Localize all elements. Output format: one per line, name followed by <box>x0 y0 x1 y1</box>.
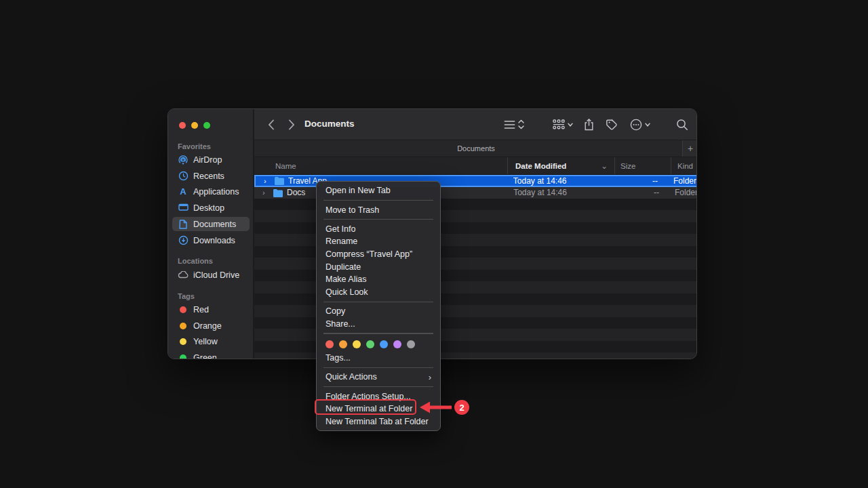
column-header-size[interactable]: Size <box>614 157 671 174</box>
zoom-button[interactable] <box>203 122 210 129</box>
sidebar: Favorites AirDrop Recents A Applications <box>168 109 254 359</box>
file-date: Today at 14:46 <box>506 188 612 197</box>
sidebar-item-tag-orange[interactable]: Orange <box>172 319 250 333</box>
sidebar-item-label: Red <box>193 305 209 314</box>
menu-item-label: Rename <box>326 237 357 246</box>
menu-item-share[interactable]: Share... <box>317 318 440 331</box>
menu-item-compress[interactable]: Compress “Travel App” <box>317 248 440 261</box>
menu-item-label: Share... <box>326 319 355 329</box>
menu-item-copy[interactable]: Copy <box>317 305 440 318</box>
forward-button[interactable] <box>285 118 298 131</box>
disclosure-chevron-icon[interactable]: › <box>262 188 269 197</box>
menu-item-rename[interactable]: Rename <box>317 235 440 248</box>
sidebar-item-applications[interactable]: A Applications <box>172 184 250 199</box>
sidebar-item-label: Desktop <box>193 203 224 213</box>
menu-item-new-terminal-tab-at-folder[interactable]: New Terminal Tab at Folder <box>317 415 440 428</box>
sidebar-item-desktop[interactable]: Desktop <box>172 201 250 215</box>
share-icon <box>584 119 594 131</box>
green-tag-icon <box>180 354 186 360</box>
file-date: Today at 14:46 <box>506 176 612 186</box>
sidebar-item-icloud-drive[interactable]: iCloud Drive <box>172 268 250 282</box>
document-icon <box>178 219 189 230</box>
share-button[interactable] <box>584 117 594 131</box>
menu-item-label: Compress “Travel App” <box>326 249 412 259</box>
column-header-name[interactable]: Name <box>254 162 507 170</box>
chevron-down-icon <box>568 123 573 127</box>
close-button[interactable] <box>179 122 186 129</box>
blue-tag-swatch[interactable] <box>380 340 388 348</box>
red-tag-icon <box>180 306 186 313</box>
sidebar-item-recents[interactable]: Recents <box>172 169 250 183</box>
sidebar-item-documents[interactable]: Documents <box>172 217 250 231</box>
sidebar-item-airdrop[interactable]: AirDrop <box>172 152 250 167</box>
tag-button[interactable] <box>606 117 618 131</box>
column-headers: Name Date Modified ⌄ Size Kind <box>254 157 697 175</box>
gray-tag-swatch[interactable] <box>407 340 415 348</box>
disclosure-chevron-icon[interactable]: › <box>264 177 271 185</box>
sidebar-item-downloads[interactable]: Downloads <box>172 233 250 247</box>
green-tag-swatch[interactable] <box>366 340 374 348</box>
new-tab-button[interactable]: + <box>682 140 697 157</box>
menu-item-label: Tags... <box>326 353 351 363</box>
desktop-icon <box>178 203 189 214</box>
menu-separator <box>323 302 433 303</box>
menu-item-open-in-new-tab[interactable]: Open in New Tab <box>317 184 440 197</box>
sidebar-item-label: Applications <box>193 187 239 197</box>
menu-item-duplicate[interactable]: Duplicate <box>317 260 440 273</box>
sort-chevron-icon: ⌄ <box>601 157 608 175</box>
column-header-date-modified[interactable]: Date Modified ⌄ <box>507 157 614 174</box>
file-size: -- <box>612 176 667 186</box>
menu-item-quick-look[interactable]: Quick Look <box>317 286 440 299</box>
menu-item-move-to-trash[interactable]: Move to Trash <box>317 203 440 216</box>
group-grid-icon <box>553 119 565 129</box>
menu-item-quick-actions[interactable]: Quick Actions › <box>317 371 440 384</box>
tab-documents[interactable]: Documents <box>254 140 697 157</box>
airdrop-icon <box>178 155 189 165</box>
menu-item-label: New Terminal Tab at Folder <box>326 417 429 426</box>
sidebar-section-favorites: Favorites <box>178 142 211 151</box>
menu-item-label: Make Alias <box>326 274 366 284</box>
purple-tag-swatch[interactable] <box>393 340 401 348</box>
sidebar-item-tag-red[interactable]: Red <box>172 302 250 317</box>
tab-bar: Documents + <box>254 140 697 157</box>
orange-tag-swatch[interactable] <box>339 340 347 348</box>
sidebar-section-locations: Locations <box>178 257 213 266</box>
column-header-label: Date Modified <box>515 157 566 175</box>
menu-item-make-alias[interactable]: Make Alias <box>317 273 440 286</box>
menu-item-get-info[interactable]: Get Info <box>317 222 440 235</box>
menu-item-label: Move to Trash <box>326 205 379 215</box>
menu-item-label: Copy <box>326 306 345 316</box>
sidebar-item-tag-green[interactable]: Green <box>172 350 250 359</box>
yellow-tag-swatch[interactable] <box>353 340 361 348</box>
orange-tag-icon <box>180 323 186 329</box>
back-button[interactable] <box>265 118 277 131</box>
view-options-button[interactable] <box>504 117 524 131</box>
desktop-background: Favorites AirDrop Recents A Applications <box>0 0 868 488</box>
menu-separator <box>323 200 433 201</box>
more-options-button[interactable] <box>630 117 650 131</box>
folder-icon <box>274 176 284 185</box>
highlight-box <box>315 399 416 415</box>
submenu-chevron-icon: › <box>429 372 431 382</box>
minimize-button[interactable] <box>191 122 198 129</box>
clock-icon <box>178 171 189 182</box>
annotation-arrow-icon <box>419 400 454 415</box>
red-tag-swatch[interactable] <box>326 340 334 348</box>
menu-separator <box>323 333 433 334</box>
menu-item-label: Quick Actions <box>326 372 377 382</box>
menu-item-label: Duplicate <box>326 262 361 272</box>
sidebar-item-tag-yellow[interactable]: Yellow <box>172 334 250 348</box>
toolbar: Documents <box>254 109 697 140</box>
folder-icon <box>273 188 283 197</box>
menu-item-label: Get Info <box>326 224 355 234</box>
column-header-kind[interactable]: Kind <box>671 157 697 174</box>
menu-separator <box>323 386 433 388</box>
group-by-button[interactable] <box>553 117 573 131</box>
list-view-icon <box>504 120 515 129</box>
search-button[interactable] <box>676 117 688 131</box>
menu-item-tags[interactable]: Tags... <box>317 352 440 365</box>
menu-tag-color-row <box>317 337 440 352</box>
sidebar-item-label: Yellow <box>193 337 218 346</box>
file-size: -- <box>612 188 669 197</box>
file-kind: Folder <box>667 176 696 186</box>
